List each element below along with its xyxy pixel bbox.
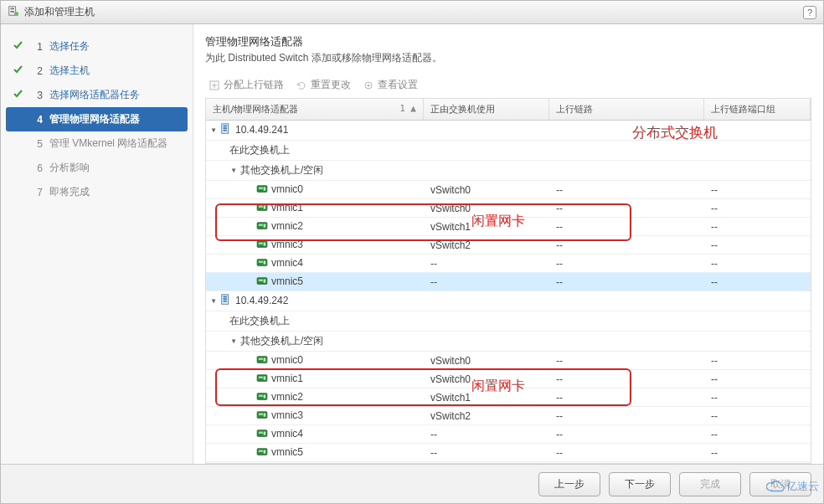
check-icon — [13, 39, 24, 54]
svg-point-6 — [368, 84, 370, 86]
nic-icon — [256, 184, 268, 196]
svg-rect-31 — [224, 298, 227, 300]
page-subtitle: 为此 Distributed Switch 添加或移除物理网络适配器。 — [205, 51, 811, 72]
svg-rect-12 — [259, 187, 263, 189]
finish-button: 完成 — [679, 472, 741, 496]
svg-rect-47 — [264, 431, 266, 435]
on-this-switch-group[interactable]: 在此交换机上 — [206, 311, 811, 332]
idle-label-1: 闲置网卡 — [471, 213, 525, 230]
nic-icon — [256, 373, 268, 385]
nic-icon — [256, 429, 268, 440]
svg-rect-50 — [264, 450, 266, 453]
svg-rect-16 — [264, 205, 266, 208]
watermark: 亿速云 — [766, 479, 819, 494]
svg-rect-38 — [264, 376, 266, 379]
titlebar: 添加和管理主机 ? — [1, 1, 823, 24]
nic-icon — [256, 355, 268, 367]
host-icon — [220, 123, 232, 137]
on-this-switch-group[interactable]: 在此交换机上 — [206, 141, 811, 161]
nic-row[interactable]: vmnic0vSwitch0---- — [206, 352, 811, 370]
expand-toggle[interactable]: ▾ — [229, 335, 238, 347]
nic-row[interactable]: vmnic3vSwitch2---- — [206, 407, 811, 425]
svg-rect-9 — [224, 127, 227, 129]
nic-row[interactable]: vmnic5------ — [206, 273, 811, 291]
help-button[interactable]: ? — [803, 6, 816, 19]
nic-row[interactable]: vmnic3vSwitch2---- — [206, 236, 811, 255]
wizard-body: 1选择任务2选择主机3选择网络适配器任务4管理物理网络适配器5管理 VMkern… — [1, 24, 823, 465]
assign-uplink-button[interactable]: 分配上行链路 — [209, 78, 284, 92]
reset-changes-label: 重置更改 — [311, 78, 351, 92]
expand-toggle[interactable]: ▾ — [209, 295, 218, 306]
svg-rect-30 — [224, 296, 227, 298]
wizard-step-label: 管理 VMkernel 网络适配器 — [49, 136, 167, 151]
check-icon — [13, 64, 24, 78]
svg-rect-10 — [224, 130, 227, 131]
view-settings-button[interactable]: 查看设置 — [363, 78, 418, 92]
reset-changes-button[interactable]: 重置更改 — [296, 78, 351, 92]
nic-icon — [256, 239, 268, 251]
check-icon — [13, 88, 24, 102]
svg-rect-13 — [264, 187, 266, 190]
adapter-grid[interactable]: 主机/物理网络适配器 1 ▲ 正由交换机使用 上行链路 上行链路端口组 ▾10.… — [205, 99, 811, 464]
svg-rect-35 — [264, 357, 266, 361]
expand-toggle[interactable]: ▾ — [209, 124, 218, 136]
title-text: 添加和管理主机 — [24, 5, 803, 19]
svg-rect-37 — [259, 376, 263, 378]
sort-indicator: 1 ▲ — [399, 103, 416, 114]
wizard-step-label: 分析影响 — [49, 161, 90, 175]
svg-rect-40 — [259, 394, 263, 397]
wizard-step-5: 5管理 VMkernel 网络适配器 — [1, 131, 193, 156]
wizard-sidebar: 1选择任务2选择主机3选择网络适配器任务4管理物理网络适配器5管理 VMkern… — [1, 24, 193, 464]
page-title: 管理物理网络适配器 — [205, 33, 811, 51]
wizard-step-label: 选择任务 — [49, 39, 90, 54]
svg-rect-1 — [11, 8, 14, 10]
svg-rect-15 — [259, 205, 263, 208]
other-switches-group[interactable]: ▾其他交换机上/空闲 — [206, 332, 811, 352]
nic-icon — [256, 258, 268, 270]
svg-rect-2 — [11, 11, 14, 13]
nic-icon — [256, 221, 268, 233]
col-host-adapter[interactable]: 主机/物理网络适配器 1 ▲ — [206, 99, 424, 120]
svg-rect-28 — [264, 279, 266, 282]
host-icon — [8, 5, 19, 19]
wizard-step-label: 选择网络适配器任务 — [49, 88, 140, 102]
wizard-step-3[interactable]: 3选择网络适配器任务 — [1, 83, 193, 107]
host-row[interactable]: ▾10.4.49.242 — [206, 291, 811, 311]
svg-point-3 — [14, 12, 18, 16]
nic-icon — [256, 276, 268, 288]
col-uplink-portgroup[interactable]: 上行链路端口组 — [704, 99, 811, 120]
nic-row[interactable]: vmnic5------ — [206, 444, 811, 462]
wizard-step-2[interactable]: 2选择主机 — [1, 59, 193, 83]
nic-icon — [256, 410, 268, 422]
svg-rect-25 — [264, 260, 266, 264]
host-icon — [220, 294, 232, 308]
svg-rect-21 — [259, 242, 263, 244]
wizard-step-label: 管理物理网络适配器 — [49, 112, 140, 126]
svg-rect-19 — [264, 224, 266, 227]
wizard-step-label: 选择主机 — [49, 64, 90, 78]
svg-rect-46 — [259, 431, 263, 434]
back-button[interactable]: 上一步 — [538, 472, 600, 496]
svg-rect-18 — [259, 224, 263, 226]
svg-rect-27 — [259, 279, 263, 281]
svg-rect-32 — [224, 301, 227, 302]
nic-row[interactable]: vmnic4------ — [206, 425, 811, 444]
nic-row[interactable]: vmnic0vSwitch0---- — [206, 181, 811, 199]
wizard-dialog: 添加和管理主机 ? 1选择任务2选择主机3选择网络适配器任务4管理物理网络适配器… — [0, 0, 824, 504]
nic-row[interactable]: vmnic4------ — [206, 255, 811, 273]
wizard-step-6: 6分析影响 — [1, 156, 193, 180]
svg-rect-43 — [259, 413, 263, 415]
nic-icon — [256, 203, 268, 214]
svg-rect-49 — [259, 450, 263, 452]
col-used-by[interactable]: 正由交换机使用 — [424, 99, 549, 120]
svg-rect-22 — [264, 242, 266, 245]
wizard-step-1[interactable]: 1选择任务 — [1, 34, 193, 59]
expand-toggle[interactable]: ▾ — [229, 164, 238, 176]
other-switches-group[interactable]: ▾其他交换机上/空闲 — [206, 161, 811, 181]
col-uplink[interactable]: 上行链路 — [549, 99, 704, 120]
wizard-footer: 上一步 下一步 完成 取消 — [1, 465, 823, 503]
nic-icon — [256, 447, 268, 459]
next-button[interactable]: 下一步 — [609, 472, 671, 496]
wizard-step-4[interactable]: 4管理物理网络适配器 — [6, 107, 188, 131]
svg-rect-8 — [224, 126, 227, 127]
